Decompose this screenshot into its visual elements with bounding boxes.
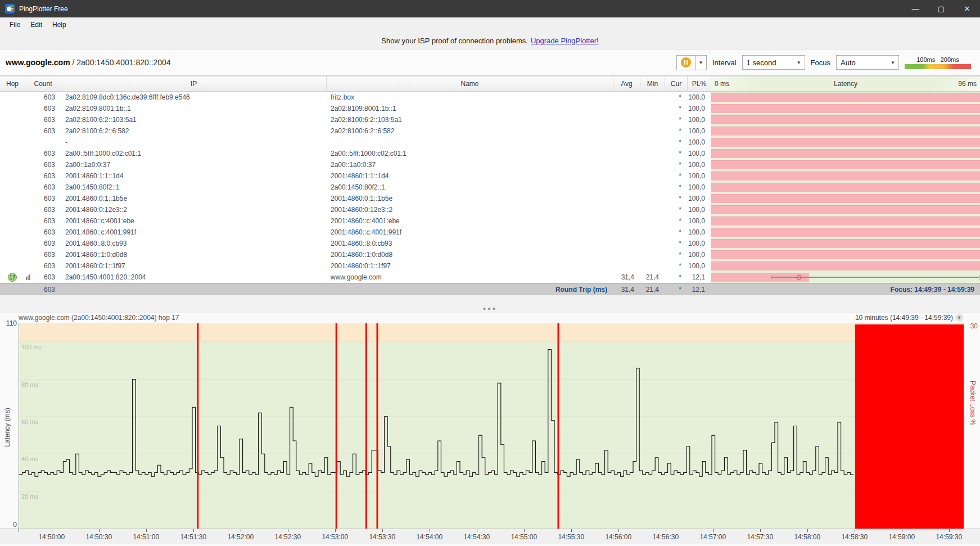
count-cell: 603 [25, 249, 61, 260]
table-row[interactable]: 6032a00:1450:80f2::12a00:1450:80f2::1*10… [0, 182, 980, 193]
interval-select[interactable]: 1 second▼ [742, 55, 805, 70]
table-row[interactable]: 6032001:4860:0:12e3::22001:4860:0:12e3::… [0, 204, 980, 215]
col-header-hop[interactable]: Hop [0, 76, 25, 91]
pause-icon [681, 57, 691, 67]
packet-loss-cell: 100,0 [687, 159, 711, 170]
time-axis-tick [382, 529, 383, 532]
table-row[interactable]: 6032001:4860:1:1::1d42001:4860:1:1::1d4*… [0, 170, 980, 182]
chevron-down-icon: ▼ [797, 60, 801, 65]
packet-loss-bar [711, 216, 980, 225]
table-body: 6032a02:8109:8dc0:136c:de39:6fff:feb9:e5… [0, 92, 980, 283]
table-row[interactable]: 176032a00:1450:4001:820::2004www.google.… [0, 272, 980, 283]
table-row[interactable]: 6032a02:8109:8001:1b::12a02:8109:8001:1b… [0, 103, 980, 114]
table-row[interactable]: 6032001:4860::c:4001:ebe2001:4860::c:400… [0, 215, 980, 227]
col-header-name[interactable]: Name [326, 76, 613, 91]
app-icon [5, 4, 15, 13]
packet-loss-cell: 100,0 [687, 92, 711, 103]
count-cell: 603 [25, 170, 61, 182]
table-row[interactable]: 6032a00::5fff:1000:c02:c01:12a00::5fff:1… [0, 148, 980, 159]
table-row[interactable]: -*100,0 [0, 137, 980, 148]
count-cell: 603 [25, 92, 61, 103]
time-axis-tick [760, 529, 761, 532]
cur-cell: * [665, 182, 687, 193]
min-cell [640, 114, 665, 125]
menu-edit[interactable]: Edit [25, 19, 47, 31]
packet-loss-bar [711, 115, 980, 124]
latency-bar-cell [711, 170, 980, 182]
time-axis-label: 14:50:00 [38, 533, 65, 541]
count-cell: 603 [25, 260, 61, 272]
time-axis-label: 14:53:00 [322, 533, 348, 541]
table-row[interactable]: 6032001:4860::8:0:cb932001:4860::8:0:cb9… [0, 238, 980, 249]
pause-dropdown-button[interactable]: ▼ [696, 55, 707, 70]
min-cell [640, 125, 665, 137]
name-cell: 2a02:8109:8001:1b::1 [326, 103, 613, 114]
table-row[interactable]: 6032001:4860:0:1::1b5e2001:4860:0:1::1b5… [0, 193, 980, 204]
close-button[interactable]: ✕ [954, 0, 980, 17]
menu-file[interactable]: File [4, 19, 25, 31]
time-axis-tick [902, 529, 902, 532]
time-axis-tick [193, 529, 194, 532]
table-row[interactable]: 6032a02:8100:6:2::103:5a12a02:8100:6:2::… [0, 114, 980, 125]
time-axis-tick [807, 529, 808, 532]
menu-bar: FileEditHelp [0, 17, 980, 32]
graph-title: www.google.com (2a00:1450:4001:820::2004… [19, 314, 179, 322]
col-header-avg[interactable]: Avg [613, 76, 640, 91]
time-axis-tick [146, 529, 147, 532]
pause-button[interactable] [676, 55, 696, 70]
count-cell [25, 137, 61, 148]
panel-splitter[interactable]: ●●● [0, 295, 980, 313]
avg-cell [613, 260, 640, 272]
col-header-ip[interactable]: IP [61, 76, 326, 91]
packet-loss-bar [711, 205, 980, 214]
minimize-button[interactable]: — [902, 0, 928, 17]
menu-help[interactable]: Help [47, 19, 71, 31]
window-title: PingPlotter Free [19, 5, 68, 13]
col-header-count[interactable]: Count [25, 76, 61, 91]
hop-cell [0, 193, 25, 204]
avg-cell [613, 125, 640, 137]
cur-cell: * [665, 137, 687, 148]
latency-bar-cell [711, 260, 980, 272]
table-row[interactable]: 6032a02:8100:6:2::6:5822a02:8100:6:2::6:… [0, 125, 980, 137]
maximize-button[interactable]: ▢ [928, 0, 954, 17]
time-axis-tick [52, 529, 52, 532]
target-host: www.google.com [6, 58, 70, 67]
min-cell [640, 170, 665, 182]
cur-cell: * [665, 193, 687, 204]
col-header-latency[interactable]: 0 ms Latency 96 ms [711, 76, 980, 91]
timeline-graph-icon[interactable] [26, 274, 30, 280]
ip-cell: 2001:4860:0:1::1f97 [61, 260, 326, 272]
cur-cell: * [665, 227, 687, 238]
packet-loss-bar [711, 250, 980, 259]
col-header-pl[interactable]: PL% [687, 76, 711, 91]
count-cell: 603 [25, 204, 61, 215]
time-axis-label: 14:52:00 [227, 533, 254, 541]
avg-cell [613, 103, 640, 114]
cur-cell: * [665, 125, 687, 137]
latency-plot[interactable]: 100 ms80 ms60 ms40 ms20 ms [19, 323, 963, 529]
name-cell: 2a00:1450:80f2::1 [326, 182, 613, 193]
hop-table: Hop Count IP Name Avg Min Cur PL% 0 ms L… [0, 76, 980, 295]
table-row[interactable]: 6032001:4860::1:0:d0d82001:4860::1:0:d0d… [0, 249, 980, 260]
table-row[interactable]: 6032a00::1a0:0:372a00::1a0:0:37*100,0 [0, 159, 980, 170]
upgrade-link[interactable]: Upgrade PingPlotter! [531, 37, 599, 45]
table-row[interactable]: 6032001:4860:0:1::1f972001:4860:0:1::1f9… [0, 260, 980, 272]
round-trip-avg: 31,4 [613, 283, 640, 295]
col-header-cur[interactable]: Cur [665, 76, 687, 91]
graph-range-control[interactable]: 10 minutes (14:49:39 - 14:59:39) ▼ [855, 314, 963, 322]
packet-loss-cell: 100,0 [687, 137, 711, 148]
table-row[interactable]: 6032001:4860::c:4001:991f2001:4860::c:40… [0, 227, 980, 238]
avg-cell [613, 137, 640, 148]
ip-cell: 2001:4860:0:1::1b5e [61, 193, 326, 204]
ip-cell: 2001:4860::1:0:d0d8 [61, 249, 326, 260]
svg-text:80 ms: 80 ms [21, 381, 38, 388]
packet-loss-cell: 100,0 [687, 249, 711, 260]
table-row[interactable]: 6032a02:8109:8dc0:136c:de39:6fff:feb9:e5… [0, 92, 980, 103]
packet-loss-cell: 12,1 [687, 272, 711, 283]
min-cell [640, 103, 665, 114]
focus-select[interactable]: Auto▼ [836, 55, 899, 70]
chevron-down-icon[interactable]: ▼ [955, 314, 963, 322]
packet-loss-bar [711, 194, 980, 203]
col-header-min[interactable]: Min [640, 76, 665, 91]
